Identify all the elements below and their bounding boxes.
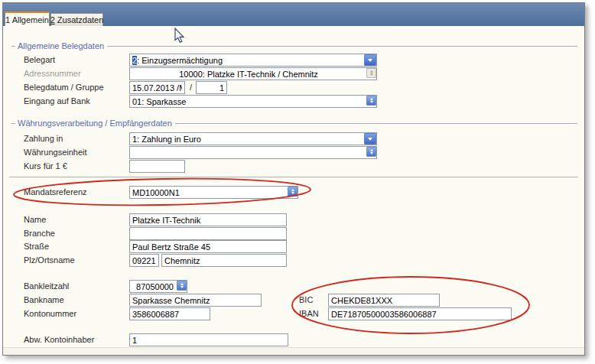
section-legend-waehrung-text: Währungsverarbeitung / Empfängerdaten: [18, 119, 172, 128]
branche-field: [129, 227, 287, 240]
spinner-up-icon: [370, 98, 373, 100]
mandatsreferenz-label: Mandatsreferenz: [24, 187, 87, 197]
spinner-down-icon: [370, 101, 373, 103]
application-window: 1 Allgemein 2 Zusatzdaten Allgemeine Bel…: [2, 2, 585, 356]
screenshot-root: 1 Allgemein 2 Zusatzdaten Allgemeine Bel…: [0, 0, 595, 364]
ortsname-input[interactable]: [161, 254, 287, 267]
plz-field: [129, 254, 159, 267]
section-legend-belegdaten-text: Allgemeine Belegdaten: [18, 41, 104, 50]
bankleitzahl-lookup-button[interactable]: [177, 281, 187, 291]
belegart-label: Belegart: [24, 55, 55, 65]
bic-input[interactable]: [328, 294, 440, 307]
chevron-down-icon: [368, 59, 372, 62]
bic-label: BIC: [299, 295, 313, 305]
section-legend-waehrung: Währungsverarbeitung / Empfängerdaten: [11, 119, 577, 128]
zahlung-in-label: Zahlung in: [24, 134, 63, 144]
tab-allgemein-label: 1 Allgemein: [5, 15, 49, 24]
tab-zusatzdaten[interactable]: 2 Zusatzdaten: [50, 13, 103, 26]
waehrungseinheit-lookup-button[interactable]: [366, 147, 376, 157]
waehrungseinheit-field: [129, 146, 377, 159]
tab-zusatzdaten-label: 2 Zusatzdaten: [50, 15, 104, 24]
bankleitzahl-label: Bankleitzahl: [24, 281, 69, 291]
plz-input[interactable]: [129, 254, 159, 267]
strasse-field: [129, 240, 287, 253]
belegdatum-field: [129, 81, 185, 94]
adressnummer-lookup-button: [366, 68, 376, 78]
spinner-down-icon: [370, 73, 373, 76]
zahlung-in-combo[interactable]: 1: Zahlung in Euro: [129, 132, 377, 145]
eingang-auf-bank-input[interactable]: [129, 95, 377, 108]
section-divider: [9, 177, 578, 177]
name-input[interactable]: [129, 213, 287, 226]
belegart-combo[interactable]: 2: Einzugsermächtigung: [129, 54, 377, 67]
bankleitzahl-field: [129, 280, 187, 293]
eingang-auf-bank-label: Eingang auf Bank: [24, 96, 90, 106]
abw-kontoinhaber-label: Abw. Kontoinhaber: [24, 335, 94, 345]
name-field: [129, 213, 287, 226]
tab-allgemein[interactable]: 1 Allgemein: [5, 11, 50, 26]
gruppe-input[interactable]: [196, 81, 227, 94]
kontonummer-input[interactable]: [129, 307, 210, 320]
bankname-field: [129, 294, 262, 307]
iban-input[interactable]: [328, 307, 512, 320]
legend-line: [107, 46, 577, 47]
bankname-input[interactable]: [129, 294, 262, 307]
belegdatum-label: Belegdatum / Gruppe: [24, 83, 104, 93]
bic-field: [328, 294, 440, 307]
belegdatum-gruppe-separator: /: [190, 83, 192, 93]
zahlung-in-dropdown-button[interactable]: [364, 133, 376, 145]
spinner-up-icon: [180, 283, 184, 285]
belegart-value: 2: Einzugsermächtigung: [129, 54, 377, 67]
kurs-field: [129, 160, 185, 173]
ortsname-field: [161, 254, 287, 267]
zahlung-in-value: 1: Zahlung in Euro: [129, 132, 377, 145]
window-bottom-strip: [3, 347, 584, 355]
mandatsreferenz-input[interactable]: [129, 186, 298, 199]
waehrungseinheit-label: Währungseinheit: [24, 148, 87, 158]
mouse-cursor: [175, 28, 184, 42]
chevron-down-icon: [368, 138, 372, 141]
branche-label: Branche: [24, 229, 55, 239]
gruppe-field: [196, 81, 227, 94]
branche-input[interactable]: [129, 227, 287, 240]
waehrungseinheit-input[interactable]: [129, 146, 377, 159]
legend-line: [11, 123, 15, 124]
eingang-auf-bank-field: [129, 95, 377, 108]
adressnummer-input[interactable]: [129, 67, 377, 80]
mandatsreferenz-lookup-button[interactable]: [288, 187, 298, 197]
spinner-up-icon: [370, 149, 373, 151]
strasse-input[interactable]: [129, 240, 287, 253]
spinner-up-icon: [370, 70, 373, 73]
adressnummer-label: Adressnummer: [24, 69, 81, 79]
bankname-label: Bankname: [24, 295, 64, 305]
kontonummer-label: Kontonummer: [24, 309, 76, 319]
strasse-label: Straße: [24, 242, 49, 252]
kontonummer-field: [129, 307, 210, 320]
abw-kontoinhaber-input[interactable]: [129, 333, 288, 346]
legend-line: [175, 123, 577, 124]
spinner-down-icon: [291, 192, 294, 194]
section-legend-belegdaten: Allgemeine Belegdaten: [11, 41, 577, 50]
kurs-label: Kurs für 1 €: [24, 161, 67, 171]
belegart-dropdown-button[interactable]: [364, 54, 376, 66]
adressnummer-field: [129, 67, 377, 80]
plz-ortsname-label: Plz/Ortsname: [24, 255, 75, 265]
mandatsreferenz-field: [129, 186, 298, 199]
abw-kontoinhaber-field: [129, 333, 288, 346]
spinner-down-icon: [370, 152, 373, 154]
spinner-up-icon: [291, 189, 294, 191]
iban-label: IBAN: [299, 309, 319, 319]
name-label: Name: [24, 215, 46, 225]
eingang-auf-bank-lookup-button[interactable]: [366, 96, 376, 106]
iban-field: [328, 307, 512, 320]
legend-line: [11, 46, 15, 47]
belegdatum-input[interactable]: [129, 81, 185, 94]
spinner-down-icon: [180, 286, 184, 288]
kurs-input[interactable]: [129, 160, 185, 173]
